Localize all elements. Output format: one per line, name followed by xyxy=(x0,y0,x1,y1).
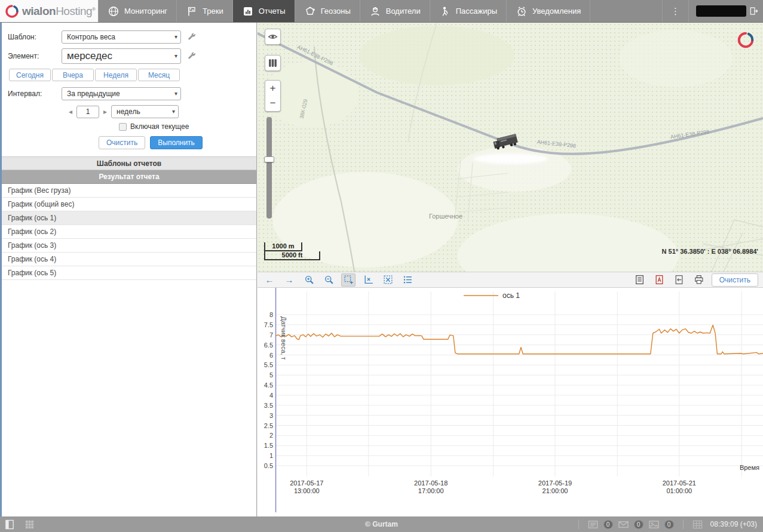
result-list-item[interactable]: График (ось 4) xyxy=(2,253,256,266)
x-tick-time: 01:00:00 xyxy=(666,487,692,494)
apps-grid-icon[interactable] xyxy=(24,519,35,530)
result-list-item[interactable]: График (ось 2) xyxy=(2,225,256,239)
unit-select[interactable]: мерседес ▾ xyxy=(62,48,181,64)
export-file-icon[interactable] xyxy=(672,273,687,287)
reports-sidebar: Шаблон: Контроль веса ▾ Элемент: мерседе… xyxy=(2,23,257,516)
logo-text: wialonHosting® xyxy=(22,5,95,18)
interval-count-decrease[interactable]: ◂ xyxy=(69,107,72,116)
map-zoom-in-button[interactable]: + xyxy=(265,80,281,96)
chart-forward-button[interactable]: → xyxy=(282,273,296,287)
tab-monitoring[interactable]: Мониторинг xyxy=(98,0,177,22)
interval-count-increase[interactable]: ▸ xyxy=(103,107,107,116)
chart-zoom-out-button[interactable] xyxy=(321,273,336,287)
map-zoom-out-button[interactable]: − xyxy=(265,96,281,112)
result-list-item[interactable]: График (общий вес) xyxy=(2,198,256,211)
user-menu[interactable] xyxy=(696,5,758,17)
logout-icon[interactable] xyxy=(749,7,758,16)
chevron-down-icon: ▾ xyxy=(174,90,177,97)
result-list-item[interactable]: График (ось 5) xyxy=(2,266,256,280)
template-select-value: Контроль веса xyxy=(67,33,115,41)
map-scale-metric: 1000 m xyxy=(264,242,302,251)
wialon-logo[interactable]: wialonHosting® xyxy=(0,0,98,22)
right-column: АН61-Е38-Р298 АН61-Е38-Р298 АН61-Е38-Р29… xyxy=(258,23,763,516)
result-list-item[interactable]: График (ось 3) xyxy=(2,239,256,253)
chart-fit-button[interactable] xyxy=(381,273,395,287)
alarm-icon xyxy=(516,5,528,17)
y-tick-label: 4 xyxy=(269,392,273,399)
toggle-left-panel-icon[interactable] xyxy=(5,519,15,530)
y-tick-label: 8 xyxy=(269,311,273,318)
y-tick-label: 3.5 xyxy=(264,402,273,409)
interval-unit-select[interactable]: недель ▾ xyxy=(111,105,179,118)
user-name-redacted xyxy=(696,5,746,17)
chart-zoom-in-button[interactable] xyxy=(302,273,316,287)
y-axis-title: Датчик веса, т xyxy=(280,316,287,360)
chart-area: 87.576.565.554.543.532.521.510.52017-05-… xyxy=(258,288,763,516)
tab-passengers[interactable]: Пассажиры xyxy=(430,0,507,22)
templates-section-header[interactable]: Шаблоны отчетов xyxy=(2,156,256,170)
result-section-header[interactable]: Результат отчета xyxy=(2,170,256,184)
tab-label: Уведомления xyxy=(532,7,581,16)
clear-report-button[interactable]: Очистить xyxy=(99,136,145,149)
globe-icon xyxy=(108,5,119,17)
chart-marquee-zoom-button[interactable] xyxy=(341,273,356,287)
chart-toolbar: ← → xyxy=(258,272,763,288)
x-tick-time: 17:00:00 xyxy=(418,487,444,494)
wialon-logo-icon xyxy=(5,4,19,19)
chart-data-list-button[interactable] xyxy=(400,273,415,287)
media-icon[interactable] xyxy=(649,519,659,530)
export-report-icon[interactable] xyxy=(633,273,647,287)
mail-icon[interactable] xyxy=(618,519,629,530)
tab-notifications[interactable]: Уведомления xyxy=(507,0,590,22)
interval-mode-select[interactable]: За предыдущие ▾ xyxy=(62,87,181,100)
print-icon[interactable] xyxy=(692,273,706,287)
template-settings-wrench-icon[interactable] xyxy=(188,33,197,42)
result-list-item[interactable]: График (ось 1) xyxy=(2,211,256,225)
map-panel[interactable]: АН61-Е38-Р298 АН61-Е38-Р298 АН61-Е38-Р29… xyxy=(258,23,763,272)
tab-geofences[interactable]: Геозоны xyxy=(295,0,360,22)
x-tick-time: 13:00:00 xyxy=(294,487,320,494)
template-select[interactable]: Контроль веса ▾ xyxy=(62,30,181,44)
map-zoom-slider-handle[interactable] xyxy=(264,156,274,162)
map-zoom-slider[interactable] xyxy=(266,117,272,219)
report-chart[interactable]: 87.576.565.554.543.532.521.510.52017-05-… xyxy=(258,288,763,516)
include-current-checkbox[interactable] xyxy=(119,123,127,131)
y-tick-label: 6 xyxy=(269,352,273,359)
chevron-down-icon: ▾ xyxy=(174,53,177,59)
y-tick-label: 4.5 xyxy=(264,382,273,389)
y-tick-label: 6.5 xyxy=(264,342,273,349)
tab-drivers[interactable]: Водители xyxy=(360,0,430,22)
map-layers-button[interactable] xyxy=(265,55,281,71)
table-view-icon[interactable] xyxy=(692,519,703,530)
quick-range-button-2[interactable]: Вчера xyxy=(52,69,94,81)
export-pdf-icon[interactable] xyxy=(652,273,667,287)
chart-x-axis-zoom-button[interactable] xyxy=(361,273,375,287)
quick-range-buttons: СегодняВчераНеделяМесяц xyxy=(9,69,250,81)
interval-mode-value: За предыдущие xyxy=(67,90,120,98)
topbar-right: ⋮ xyxy=(662,0,763,22)
quick-range-button-4[interactable]: Месяц xyxy=(138,69,180,81)
y-tick-label: 1.5 xyxy=(264,442,273,449)
chart-clear-button[interactable]: Очистить xyxy=(712,273,758,287)
unit-label-capsule xyxy=(474,153,548,164)
copyright: © Gurtam xyxy=(365,520,398,528)
tab-tracks[interactable]: Треки xyxy=(177,0,233,22)
quick-range-button-3[interactable]: Неделя xyxy=(95,69,137,81)
map-visibility-eye-button[interactable] xyxy=(265,29,281,45)
chevron-down-icon: ▾ xyxy=(174,33,177,40)
interval-label: Интервал: xyxy=(8,90,62,98)
y-tick-label: 0.5 xyxy=(264,462,273,469)
map-canvas[interactable]: АН61-Е38-Р298 АН61-Е38-Р298 АН61-Е38-Р29… xyxy=(258,23,763,272)
chart-back-button[interactable]: ← xyxy=(262,273,277,287)
y-tick-label: 2 xyxy=(269,432,273,439)
interval-count-input[interactable]: 1 xyxy=(76,106,99,118)
quick-range-button-1[interactable]: Сегодня xyxy=(9,69,51,81)
tab-reports[interactable]: Отчеты xyxy=(233,0,295,22)
unit-settings-wrench-icon[interactable] xyxy=(188,52,197,61)
y-tick-label: 2.5 xyxy=(264,422,273,429)
result-list-item[interactable]: График (Вес груза) xyxy=(2,184,256,198)
more-menu-button[interactable]: ⋮ xyxy=(662,0,689,22)
messages-icon[interactable] xyxy=(588,519,598,530)
status-clock: 08:39:09 (+03) xyxy=(710,520,757,528)
execute-report-button[interactable]: Выполнить xyxy=(150,136,203,149)
